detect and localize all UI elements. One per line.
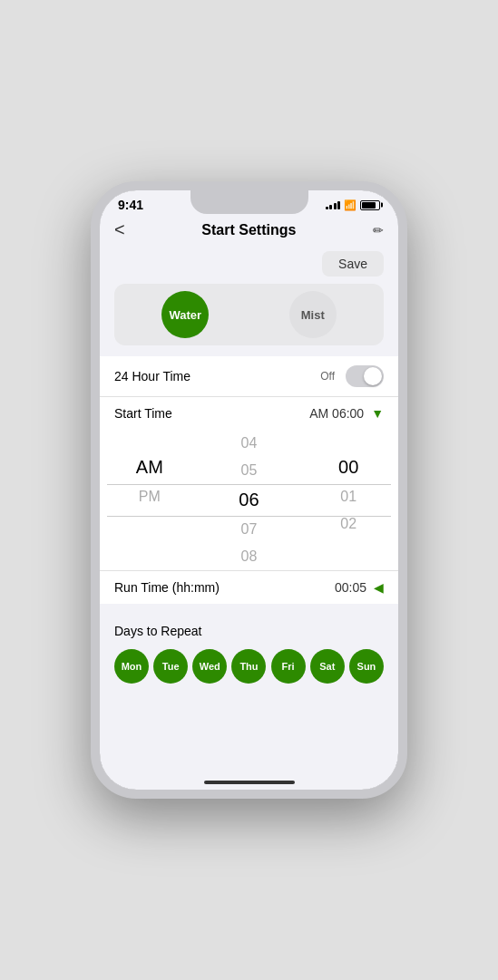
status-time: 9:41 — [118, 198, 143, 212]
time-picker[interactable]: AM PM 04 05 06 07 08 — [100, 430, 398, 570]
day-button-tue[interactable]: Tue — [153, 649, 188, 684]
run-time-arrow-icon[interactable]: ◀ — [374, 580, 384, 595]
content-area: Save Water Mist 24 Hour Time Off — [100, 247, 398, 790]
nav-bar: < Start Settings ✏ — [100, 216, 398, 247]
ampm-below2 — [100, 510, 200, 521]
run-time-label: Run Time (hh:mm) — [114, 580, 220, 595]
save-button[interactable]: Save — [322, 251, 384, 277]
minute-selected[interactable]: 00 — [298, 451, 398, 483]
battery-icon — [360, 200, 380, 210]
run-time-text: 00:05 — [335, 580, 366, 595]
phone-frame: 9:41 📶 < Start Settings ✏ — [91, 181, 407, 799]
hour-above1: 05 — [200, 457, 299, 484]
minute-below2: 02 — [298, 510, 398, 538]
start-time-label: Start Time — [114, 406, 172, 421]
hour-time-toggle[interactable] — [346, 365, 384, 387]
run-time-value[interactable]: 00:05 ◀ — [335, 580, 384, 595]
days-row: Mon Tue Wed Thu Fri Sat Sun — [114, 649, 384, 684]
day-button-mon[interactable]: Mon — [114, 649, 149, 684]
phone-notch — [190, 190, 308, 214]
save-button-row: Save — [100, 247, 398, 284]
start-time-row: Start Time AM 06:00 ▼ — [100, 396, 398, 430]
hour-time-section: 24 Hour Time Off Start Time AM 06:00 ▼ — [100, 356, 398, 604]
time-picker-grid: AM PM 04 05 06 07 08 — [100, 430, 398, 570]
hour-above2: 04 — [200, 430, 299, 457]
ampm-above2 — [100, 441, 200, 451]
ampm-above — [100, 430, 200, 441]
water-button[interactable]: Water — [161, 291, 209, 338]
start-time-arrow-icon[interactable]: ▼ — [371, 406, 384, 421]
day-button-fri[interactable]: Fri — [271, 649, 306, 684]
home-indicator — [204, 781, 295, 784]
minutes-column[interactable]: 00 01 02 — [298, 430, 398, 570]
run-time-row: Run Time (hh:mm) 00:05 ◀ — [100, 570, 398, 604]
hour-selected[interactable]: 06 — [200, 484, 299, 516]
toggle-knob — [364, 367, 382, 385]
toggle-off-label: Off — [320, 370, 335, 383]
minute-below1[interactable]: 01 — [298, 483, 398, 510]
ampm-below[interactable]: PM — [100, 483, 200, 510]
hour-below2: 08 — [200, 543, 299, 570]
days-to-repeat-section: Days to Repeat Mon Tue Wed Thu Fri Sat S… — [100, 615, 398, 693]
day-button-thu[interactable]: Thu — [231, 649, 266, 684]
segment-control: Water Mist — [114, 284, 384, 345]
day-button-sun[interactable]: Sun — [349, 649, 384, 684]
back-button[interactable]: < — [114, 219, 125, 240]
days-to-repeat-label: Days to Repeat — [114, 624, 384, 638]
day-button-sat[interactable]: Sat — [310, 649, 345, 684]
minute-above1 — [298, 441, 398, 451]
hour-time-value: Off — [320, 365, 384, 387]
status-icons: 📶 — [326, 199, 381, 211]
hour-time-label: 24 Hour Time — [114, 369, 190, 383]
start-time-value[interactable]: AM 06:00 ▼ — [309, 406, 384, 421]
start-time-text: AM 06:00 — [309, 406, 364, 421]
hours-column[interactable]: 04 05 06 07 08 — [200, 430, 299, 570]
wifi-icon: 📶 — [344, 199, 356, 211]
phone-screen: 9:41 📶 < Start Settings ✏ — [100, 190, 398, 790]
mist-button[interactable]: Mist — [289, 291, 337, 338]
hour-below1[interactable]: 07 — [200, 516, 299, 543]
ampm-column[interactable]: AM PM — [100, 430, 200, 570]
minute-above2 — [298, 430, 398, 441]
edit-icon[interactable]: ✏ — [373, 223, 384, 238]
page-title: Start Settings — [201, 222, 296, 238]
ampm-selected[interactable]: AM — [100, 451, 200, 483]
day-button-wed[interactable]: Wed — [192, 649, 227, 684]
hour-time-row: 24 Hour Time Off — [100, 356, 398, 396]
signal-icon — [326, 200, 341, 209]
